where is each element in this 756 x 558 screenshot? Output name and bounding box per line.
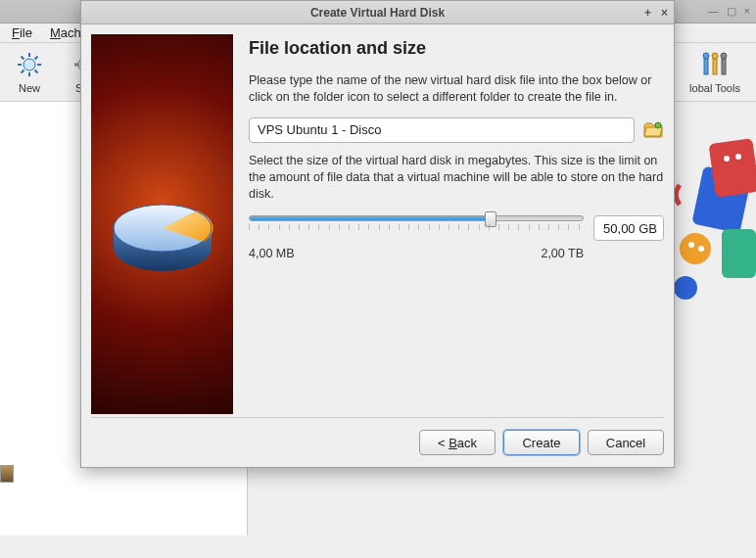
svg-line-7 xyxy=(22,70,24,73)
svg-rect-28 xyxy=(722,229,756,278)
svg-point-18 xyxy=(703,53,709,59)
disk-size-slider[interactable] xyxy=(249,215,584,230)
menu-file[interactable]: File xyxy=(6,24,38,41)
toolbar-new[interactable]: New xyxy=(6,50,53,94)
minimize-icon[interactable]: — xyxy=(708,6,719,17)
svg-point-29 xyxy=(674,276,697,300)
svg-rect-16 xyxy=(713,59,717,74)
close-icon[interactable]: × xyxy=(744,6,750,17)
file-location-description: Please type the name of the new virtual … xyxy=(249,72,664,106)
create-button[interactable]: Create xyxy=(503,430,580,455)
size-min-label: 4,00 MB xyxy=(249,247,295,260)
size-max-label: 2,00 TB xyxy=(541,247,584,260)
wizard-content: File location and size Please type the n… xyxy=(249,34,664,417)
sun-new-icon xyxy=(15,50,44,79)
toolbar-new-label: New xyxy=(19,82,40,94)
maximize-icon[interactable]: ▢ xyxy=(727,6,736,17)
wizard-sidebar-image xyxy=(91,34,233,414)
browse-folder-button[interactable] xyxy=(642,119,664,141)
close-icon[interactable]: × xyxy=(661,6,668,20)
toolbar-global-tools[interactable]: lobal Tools xyxy=(680,50,750,94)
svg-point-20 xyxy=(721,53,727,59)
back-button[interactable]: < Back xyxy=(419,430,496,455)
svg-point-26 xyxy=(724,156,730,162)
svg-point-24 xyxy=(698,246,704,252)
svg-point-23 xyxy=(688,242,694,248)
cancel-button[interactable]: Cancel xyxy=(588,430,664,455)
toolbar-global-tools-label: lobal Tools xyxy=(689,82,740,94)
svg-point-19 xyxy=(712,53,718,59)
svg-point-32 xyxy=(655,122,661,128)
svg-point-0 xyxy=(24,59,35,70)
svg-line-5 xyxy=(22,57,24,60)
create-virtual-hard-disk-dialog: Create Virtual Hard Disk + × xyxy=(80,0,675,468)
svg-rect-15 xyxy=(704,59,708,74)
thumbnail xyxy=(0,465,14,483)
svg-rect-25 xyxy=(708,138,756,198)
disk-size-input[interactable] xyxy=(593,215,664,241)
dialog-title: Create Virtual Hard Disk xyxy=(310,6,445,20)
svg-point-22 xyxy=(680,233,711,264)
tools-icon xyxy=(700,50,730,79)
file-location-input[interactable] xyxy=(249,117,635,143)
mascot-decoration xyxy=(668,131,756,307)
wizard-heading: File location and size xyxy=(249,38,664,59)
svg-point-27 xyxy=(735,154,741,160)
dialog-titlebar[interactable]: Create Virtual Hard Disk + × xyxy=(81,1,674,24)
folder-icon xyxy=(643,121,663,139)
svg-line-8 xyxy=(35,57,38,60)
shade-icon[interactable]: + xyxy=(644,6,651,20)
svg-line-6 xyxy=(35,70,38,73)
size-description: Select the size of the virtual hard disk… xyxy=(249,153,664,203)
svg-rect-17 xyxy=(722,59,726,74)
dialog-button-bar: < Back Create Cancel xyxy=(91,417,664,467)
